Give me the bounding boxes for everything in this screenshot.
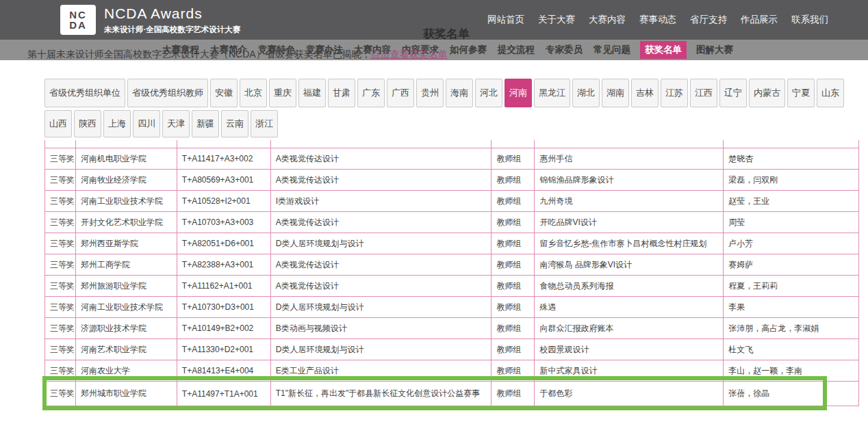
filter-button[interactable]: 山东 bbox=[817, 79, 844, 107]
cell-work: 新中式家具设计 bbox=[535, 360, 724, 381]
sub-nav-item[interactable]: 常见问题 bbox=[592, 42, 632, 58]
cell-authors: 卢小芳 bbox=[724, 233, 859, 254]
top-nav-item[interactable]: 作品展示 bbox=[741, 14, 778, 26]
filter-button[interactable]: 湖南 bbox=[602, 79, 629, 107]
filter-button[interactable]: 甘肃 bbox=[328, 79, 355, 107]
cell-code: T+A81413+E4+004 bbox=[177, 360, 271, 381]
cell-work: 校园景观设计 bbox=[535, 339, 724, 360]
filter-button[interactable]: 安徽 bbox=[210, 79, 238, 107]
cell-authors: 李果 bbox=[724, 297, 859, 317]
cell-award: 三等奖 bbox=[45, 360, 76, 381]
filter-button[interactable]: 黑龙江 bbox=[534, 79, 570, 107]
cell-group: 教师组 bbox=[492, 233, 535, 254]
filter-button[interactable]: 山西 bbox=[44, 110, 72, 137]
cell-school: 郑州西亚斯学院 bbox=[76, 233, 177, 254]
cell-category bbox=[271, 140, 492, 148]
cell-award: 三等奖 bbox=[45, 148, 76, 169]
sub-nav-item[interactable]: 图解大赛 bbox=[695, 42, 735, 58]
cell-school: 济源职业技术学院 bbox=[76, 318, 177, 339]
cell-school: 河南牧业经济学院 bbox=[76, 170, 177, 190]
cell-code: T+A10730+D3+001 bbox=[177, 297, 271, 317]
cell-authors: 梁磊，闫双刚 bbox=[724, 170, 859, 190]
cell-group: 教师组 bbox=[492, 318, 535, 339]
cell-category: D类人居环境规划与设计 bbox=[271, 339, 492, 360]
cell-work: 锦锦渔品牌形象设计 bbox=[535, 170, 724, 190]
cell-work: 南湾猴岛 品牌形象VI设计 bbox=[535, 254, 724, 275]
cell-group: 教师组 bbox=[492, 382, 535, 406]
cell-award: 三等奖 bbox=[45, 233, 76, 254]
cell-work: 留乡音忆乡愁-焦作市寨卜昌村概念性村庄规划 bbox=[535, 233, 724, 254]
filter-button[interactable]: 江苏 bbox=[661, 79, 688, 107]
cell-code: T+A11497+T1A+001 bbox=[177, 382, 271, 406]
filter-button[interactable]: 天津 bbox=[162, 110, 190, 137]
cell-group bbox=[492, 140, 535, 148]
cell-school: 郑州城市职业学院 bbox=[76, 382, 177, 406]
cell-award: 三等奖 bbox=[45, 297, 76, 317]
awards-table: 三等奖 河南机电职业学院 T+A11417+A3+002 A类视觉传达设计 教师… bbox=[44, 140, 859, 406]
cell-authors bbox=[724, 140, 859, 148]
sub-nav-item[interactable]: 提交流程 bbox=[496, 42, 536, 58]
filter-button[interactable]: 内蒙古 bbox=[749, 79, 785, 107]
filter-button[interactable]: 海南 bbox=[446, 79, 473, 107]
table-row: 三等奖 郑州城市职业学院 T+A11497+T1A+001 T1"新长征，再出发… bbox=[45, 382, 859, 406]
filter-button[interactable]: 湖北 bbox=[572, 79, 600, 107]
cell-authors: 楚晓杏 bbox=[724, 148, 859, 169]
table-row: 三等奖 河南牧业经济学院 T+A80569+A3+001 A类视觉传达设计 教师… bbox=[45, 170, 859, 191]
cell-award: 三等奖 bbox=[45, 339, 76, 360]
cell-authors: 张沛朋，高占龙，李淑娟 bbox=[724, 318, 859, 339]
filter-button[interactable]: 陕西 bbox=[74, 110, 101, 137]
sub-nav-item[interactable]: 如何参赛 bbox=[448, 42, 488, 58]
filter-button[interactable]: 河北 bbox=[475, 79, 502, 107]
filter-button[interactable]: 宁夏 bbox=[787, 79, 815, 107]
intro-line: 第十届未来设计师全国高校数字艺术设计大赛（NCDA）省级赛获奖名单已揭晓，点击查… bbox=[27, 49, 448, 61]
view-winners-link[interactable]: 点击查看获奖名单 bbox=[371, 49, 448, 59]
filter-button[interactable]: 江西 bbox=[690, 79, 717, 107]
cell-category: I类游戏设计 bbox=[271, 191, 492, 211]
filter-button[interactable]: 上海 bbox=[103, 110, 131, 137]
filter-button[interactable]: 贵州 bbox=[416, 79, 444, 107]
filter-button[interactable]: 辽宁 bbox=[719, 79, 747, 107]
filter-button[interactable]: 浙江 bbox=[251, 110, 278, 137]
cell-group: 教师组 bbox=[492, 297, 535, 317]
filter-button[interactable]: 重庆 bbox=[269, 79, 296, 107]
top-nav-item[interactable]: 赛事动态 bbox=[639, 14, 676, 26]
cell-award: 三等奖 bbox=[45, 254, 76, 275]
top-nav-item[interactable]: 关于大赛 bbox=[538, 14, 575, 26]
cell-code: T+A10703+A3+003 bbox=[177, 212, 271, 233]
cell-authors: 李山，赵一颖，李南 bbox=[724, 360, 859, 381]
sub-nav-item[interactable]: 专家委员 bbox=[544, 42, 584, 58]
top-nav-item[interactable]: 联系我们 bbox=[791, 14, 828, 26]
filter-button[interactable]: 广东 bbox=[357, 79, 385, 107]
top-nav-item[interactable]: 网站首页 bbox=[487, 14, 524, 26]
table-row: 三等奖 河南艺术职业学院 T+A11330+D2+001 D类人居环境规划与设计… bbox=[45, 339, 859, 360]
cell-school bbox=[76, 140, 177, 148]
cell-award: 三等奖 bbox=[45, 276, 76, 296]
cell-code: T+A80569+A3+001 bbox=[177, 170, 271, 190]
cell-award: 三等奖 bbox=[45, 318, 76, 339]
filter-button[interactable]: 广西 bbox=[387, 79, 414, 107]
cell-school: 河南艺术职业学院 bbox=[76, 339, 177, 360]
top-nav: 网站首页 关于大赛 大赛内容 赛事动态 省厅支持 作品展示 联系我们 bbox=[487, 14, 828, 26]
cell-code: T+A11162+A1+001 bbox=[177, 276, 271, 296]
filter-button[interactable]: 新疆 bbox=[192, 110, 219, 137]
cell-work: 食物总动员系列海报 bbox=[535, 276, 724, 296]
filter-row-2: 山西 陕西 上海 四川 天津 新疆 云南 浙江 bbox=[44, 110, 863, 137]
top-nav-item[interactable]: 省厅支持 bbox=[690, 14, 727, 26]
filter-button[interactable]: 省级优秀组织单位 bbox=[44, 79, 125, 107]
logo-text-top: NC bbox=[69, 10, 87, 20]
cell-code: T+A82388+A3+001 bbox=[177, 254, 271, 275]
cell-group: 教师组 bbox=[492, 254, 535, 275]
cell-school: 河南工业职业技术学院 bbox=[76, 297, 177, 317]
filter-button[interactable]: 省级优秀组织教师 bbox=[127, 79, 208, 107]
filter-button[interactable]: 云南 bbox=[221, 110, 248, 137]
cell-category: B类动画与视频设计 bbox=[271, 318, 492, 339]
sub-nav-item[interactable]: 获奖名单 bbox=[640, 41, 687, 59]
cell-group: 教师组 bbox=[492, 191, 535, 211]
top-nav-item[interactable]: 大赛内容 bbox=[589, 14, 626, 26]
filter-button[interactable]: 北京 bbox=[240, 79, 267, 107]
filter-button[interactable]: 吉林 bbox=[631, 79, 659, 107]
filter-button[interactable]: 河南 bbox=[505, 79, 532, 107]
filter-button[interactable]: 四川 bbox=[133, 110, 160, 137]
filter-button[interactable]: 福建 bbox=[298, 79, 326, 107]
cell-authors: 杜文飞 bbox=[724, 339, 859, 360]
